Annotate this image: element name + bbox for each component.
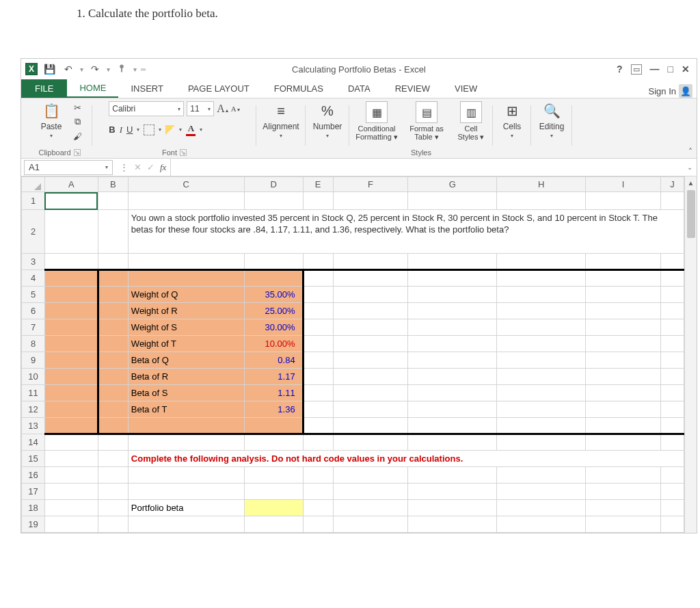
col-header[interactable]: J bbox=[660, 177, 684, 192]
formula-bar[interactable]: ⌄ bbox=[170, 159, 697, 176]
qat-customize-icon[interactable]: ═ bbox=[141, 66, 146, 73]
row-header[interactable]: 11 bbox=[22, 385, 45, 401]
dropdown-arrow-icon[interactable]: ▾ bbox=[80, 66, 83, 73]
expand-formula-bar-icon[interactable]: ⌄ bbox=[687, 163, 692, 171]
row-header[interactable]: 13 bbox=[22, 418, 45, 434]
help-icon[interactable]: ? bbox=[617, 64, 623, 75]
portfolio-beta-cell[interactable] bbox=[244, 500, 303, 516]
value-beta-r[interactable]: 1.17 bbox=[244, 369, 303, 385]
tab-formulas[interactable]: FORMULAS bbox=[262, 79, 336, 98]
ribbon-display-icon[interactable]: ▭ bbox=[631, 64, 642, 75]
tab-view[interactable]: VIEW bbox=[442, 79, 489, 98]
row-header[interactable]: 19 bbox=[22, 516, 45, 533]
alignment-button[interactable]: ≡ Alignment ▾ bbox=[265, 101, 297, 139]
col-header[interactable]: A bbox=[44, 177, 98, 192]
paste-button[interactable]: 📋 Paste ▾ bbox=[35, 101, 68, 139]
select-all-corner[interactable] bbox=[22, 177, 45, 192]
col-header[interactable]: F bbox=[333, 177, 408, 192]
row-header[interactable]: 12 bbox=[22, 401, 45, 418]
collapse-ribbon-icon[interactable]: ˄ bbox=[688, 147, 692, 157]
row-header[interactable]: 2 bbox=[22, 210, 45, 254]
row-header[interactable]: 9 bbox=[22, 352, 45, 369]
number-format-button[interactable]: % Number ▾ bbox=[311, 101, 344, 139]
col-header[interactable]: B bbox=[98, 177, 128, 192]
copy-icon[interactable]: ⧉ bbox=[70, 116, 84, 128]
grow-font-icon[interactable]: A▴ bbox=[217, 103, 228, 115]
label-weight-s[interactable]: Weight of S bbox=[128, 319, 244, 336]
row-header[interactable]: 16 bbox=[22, 467, 45, 484]
tab-data[interactable]: DATA bbox=[336, 79, 383, 98]
value-weight-q[interactable]: 35.00% bbox=[244, 287, 303, 303]
col-header[interactable]: E bbox=[303, 177, 333, 192]
minimize-icon[interactable]: — bbox=[650, 64, 660, 75]
value-beta-q[interactable]: 0.84 bbox=[244, 352, 303, 369]
label-weight-t[interactable]: Weight of T bbox=[128, 336, 244, 352]
tab-file[interactable]: FILE bbox=[21, 79, 67, 98]
font-color-icon[interactable]: A bbox=[186, 123, 196, 136]
row-header[interactable]: 10 bbox=[22, 369, 45, 385]
close-icon[interactable]: ✕ bbox=[682, 64, 690, 75]
col-header[interactable]: H bbox=[497, 177, 586, 192]
value-weight-s[interactable]: 30.00% bbox=[244, 319, 303, 336]
dialog-launcher-icon[interactable]: ↘ bbox=[180, 149, 187, 156]
value-beta-t[interactable]: 1.36 bbox=[244, 401, 303, 418]
undo-icon[interactable]: ↶ bbox=[61, 62, 76, 77]
italic-button[interactable]: I bbox=[120, 124, 122, 135]
tab-insert[interactable]: INSERT bbox=[118, 79, 175, 98]
format-painter-icon[interactable]: 🖌 bbox=[70, 130, 84, 142]
tab-page-layout[interactable]: PAGE LAYOUT bbox=[176, 79, 262, 98]
portfolio-beta-label[interactable]: Portfolio beta bbox=[128, 500, 244, 516]
column-headers[interactable]: A B C D E F G H I J bbox=[22, 177, 684, 192]
underline-button[interactable]: U bbox=[126, 124, 133, 135]
redo-icon[interactable]: ↷ bbox=[88, 62, 103, 77]
sign-in-button[interactable]: Sign In 👤 bbox=[649, 84, 697, 98]
cut-icon[interactable]: ✂ bbox=[70, 101, 84, 114]
col-header[interactable]: I bbox=[586, 177, 661, 192]
row-header[interactable]: 4 bbox=[22, 270, 45, 287]
bold-button[interactable]: B bbox=[109, 124, 115, 135]
tab-review[interactable]: REVIEW bbox=[383, 79, 442, 98]
fill-color-icon[interactable] bbox=[165, 125, 175, 135]
dropdown-arrow-icon[interactable]: ▾ bbox=[107, 66, 110, 73]
tab-home[interactable]: HOME bbox=[67, 79, 118, 98]
label-beta-s[interactable]: Beta of S bbox=[128, 385, 244, 401]
row-header[interactable]: 5 bbox=[22, 287, 45, 303]
font-name-select[interactable]: Calibri▾ bbox=[109, 101, 184, 116]
row-header[interactable]: 7 bbox=[22, 319, 45, 336]
cell-A1[interactable] bbox=[44, 192, 98, 210]
label-beta-q[interactable]: Beta of Q bbox=[128, 352, 244, 369]
borders-icon[interactable] bbox=[144, 124, 154, 135]
row-header[interactable]: 14 bbox=[22, 434, 45, 451]
spreadsheet-grid[interactable]: A B C D E F G H I J 1 2 You own a stock … bbox=[21, 176, 684, 533]
dialog-launcher-icon[interactable]: ↘ bbox=[74, 149, 81, 156]
row-header[interactable]: 8 bbox=[22, 336, 45, 352]
cancel-formula-icon[interactable]: ✕ bbox=[134, 162, 142, 172]
label-beta-t[interactable]: Beta of T bbox=[128, 401, 244, 418]
vertical-scrollbar[interactable]: ▲ bbox=[684, 176, 697, 533]
editing-button[interactable]: 🔍 Editing ▾ bbox=[535, 101, 568, 139]
name-box[interactable]: A1 ▾ bbox=[24, 160, 113, 175]
shrink-font-icon[interactable]: A▾ bbox=[231, 105, 240, 113]
col-header[interactable]: C bbox=[128, 177, 244, 192]
font-size-select[interactable]: 11▾ bbox=[187, 101, 214, 116]
maximize-icon[interactable]: □ bbox=[668, 64, 673, 75]
save-icon[interactable]: 💾 bbox=[42, 62, 57, 77]
dropdown-arrow-icon[interactable]: ▾ bbox=[133, 66, 137, 73]
chevron-down-icon[interactable]: ▾ bbox=[200, 127, 202, 133]
value-weight-r[interactable]: 25.00% bbox=[244, 303, 303, 319]
row-header[interactable]: 6 bbox=[22, 303, 45, 319]
cell-styles-button[interactable]: ▥ CellStyles ▾ bbox=[453, 101, 489, 141]
fx-icon[interactable]: fx bbox=[160, 162, 166, 173]
conditional-formatting-button[interactable]: ▦ ConditionalFormatting ▾ bbox=[353, 101, 400, 141]
cells-button[interactable]: ⊞ Cells ▾ bbox=[496, 101, 528, 139]
row-header[interactable]: 17 bbox=[22, 484, 45, 500]
row-header[interactable]: 1 bbox=[22, 192, 45, 210]
chevron-down-icon[interactable]: ▾ bbox=[179, 127, 182, 133]
row-header[interactable]: 15 bbox=[22, 451, 45, 467]
value-weight-t[interactable]: 10.00% bbox=[244, 336, 303, 352]
chevron-down-icon[interactable]: ▾ bbox=[159, 127, 161, 133]
instruction-text[interactable]: Complete the following analysis. Do not … bbox=[128, 451, 684, 467]
label-beta-r[interactable]: Beta of R bbox=[128, 369, 244, 385]
chevron-down-icon[interactable]: ▾ bbox=[137, 127, 139, 133]
enter-formula-icon[interactable]: ✓ bbox=[147, 162, 154, 172]
